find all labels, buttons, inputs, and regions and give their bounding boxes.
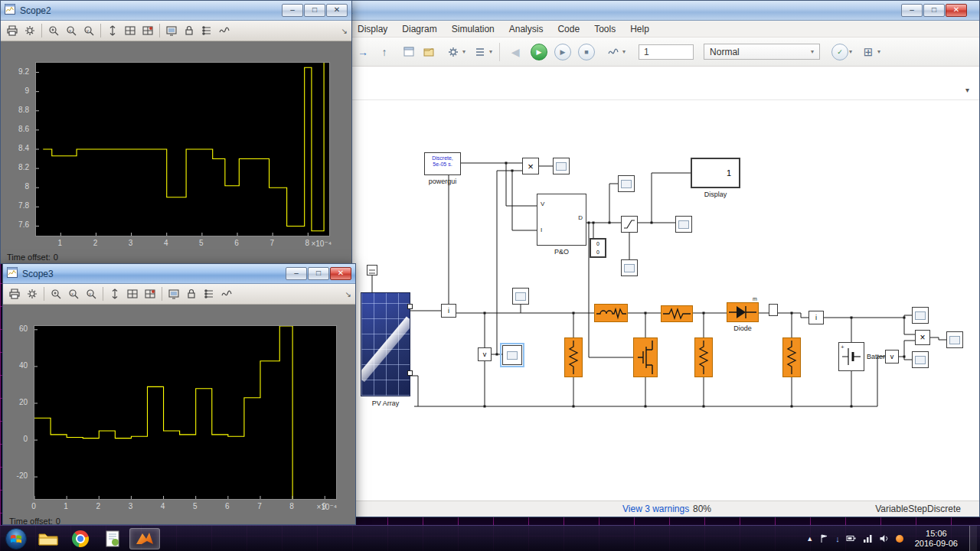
run-button[interactable]: ▶ bbox=[531, 44, 547, 60]
menu-tools[interactable]: Tools bbox=[594, 24, 616, 34]
block-shunt-resistor[interactable] bbox=[694, 337, 713, 377]
block-pando-subsystem[interactable]: V I D bbox=[537, 194, 586, 246]
print-icon[interactable] bbox=[5, 23, 20, 38]
block-tag[interactable] bbox=[769, 304, 778, 316]
breadcrumb-dropdown-icon[interactable]: ▾ bbox=[965, 86, 969, 94]
zoom-y-icon[interactable]: y bbox=[83, 286, 99, 302]
autoscale-icon[interactable] bbox=[105, 23, 120, 38]
signal-selector-icon[interactable] bbox=[201, 286, 217, 302]
waveform-toggle-icon[interactable] bbox=[217, 23, 232, 38]
nav-forward-icon[interactable]: → bbox=[354, 44, 371, 60]
library-browser-icon[interactable] bbox=[472, 44, 488, 60]
taskbar-matlab-button[interactable] bbox=[129, 528, 160, 549]
lock-axes-icon[interactable] bbox=[184, 286, 199, 302]
nav-up-icon[interactable]: ↑ bbox=[376, 44, 393, 60]
volume-icon[interactable] bbox=[879, 533, 890, 543]
battery-icon[interactable] bbox=[846, 533, 857, 543]
parameters-gear-icon[interactable] bbox=[22, 23, 38, 38]
show-desktop-button[interactable] bbox=[969, 526, 977, 551]
simulation-stop-time-input[interactable] bbox=[639, 44, 694, 60]
view-warnings-link[interactable]: View 3 warnings bbox=[622, 504, 689, 514]
zoom-icon[interactable] bbox=[46, 23, 61, 38]
block-series-r-branch[interactable] bbox=[661, 305, 693, 322]
action-center-flag-icon[interactable] bbox=[819, 533, 829, 543]
open-model-icon[interactable] bbox=[420, 44, 437, 60]
block-scope[interactable] bbox=[553, 158, 570, 174]
signal-selector-icon[interactable] bbox=[199, 23, 214, 38]
scope3-plot-area[interactable] bbox=[34, 325, 337, 500]
close-button[interactable]: ✕ bbox=[326, 4, 348, 17]
menu-display[interactable]: Display bbox=[358, 24, 387, 34]
block-product[interactable]: × bbox=[522, 158, 539, 174]
block-scope[interactable] bbox=[621, 259, 638, 276]
block-mosfet[interactable] bbox=[633, 337, 658, 377]
chevron-down-icon[interactable]: ▾ bbox=[849, 48, 852, 55]
model-advisor-button[interactable]: ✓ bbox=[831, 44, 848, 60]
minimize-button[interactable]: – bbox=[286, 267, 307, 280]
float-scope-icon[interactable] bbox=[166, 286, 181, 302]
taskbar-notepad-button[interactable] bbox=[97, 528, 128, 549]
minimize-button[interactable]: – bbox=[901, 4, 923, 17]
menu-code[interactable]: Code bbox=[557, 24, 580, 34]
close-button[interactable]: ✕ bbox=[946, 4, 967, 17]
new-model-icon[interactable] bbox=[400, 44, 417, 60]
restore-axes-icon[interactable] bbox=[140, 23, 155, 38]
taskbar-chrome-button[interactable] bbox=[65, 528, 96, 549]
block-diode[interactable] bbox=[727, 302, 759, 322]
save-axes-icon[interactable] bbox=[122, 23, 138, 38]
menu-help[interactable]: Help bbox=[630, 24, 649, 34]
zoom-y-icon[interactable]: y bbox=[81, 23, 96, 38]
block-scope-selected[interactable] bbox=[502, 345, 522, 365]
start-button[interactable] bbox=[0, 526, 32, 551]
settings-gear-icon[interactable] bbox=[445, 44, 462, 60]
block-product[interactable]: × bbox=[915, 330, 930, 345]
tray-expand-icon[interactable]: ▲ bbox=[806, 535, 813, 543]
update-icon[interactable]: ↓ bbox=[835, 534, 840, 543]
zoom-x-icon[interactable]: x bbox=[64, 23, 79, 38]
block-voltage-measurement[interactable]: v bbox=[478, 347, 492, 361]
solver-name[interactable]: VariableStepDiscrete bbox=[875, 504, 961, 514]
stop-button[interactable]: ■ bbox=[578, 44, 595, 60]
chevron-down-icon[interactable]: ▾ bbox=[877, 48, 880, 55]
block-scope[interactable] bbox=[512, 288, 529, 305]
block-scope[interactable] bbox=[675, 216, 692, 233]
chevron-down-icon[interactable]: ▾ bbox=[489, 48, 492, 55]
block-current-measurement[interactable]: i bbox=[808, 311, 824, 324]
menu-analysis[interactable]: Analysis bbox=[509, 24, 544, 34]
maximize-button[interactable]: □ bbox=[304, 4, 325, 17]
float-scope-icon[interactable] bbox=[164, 23, 179, 38]
build-button[interactable]: ⊞ bbox=[860, 44, 877, 60]
step-back-button[interactable]: ◀ bbox=[507, 44, 524, 60]
block-input-port[interactable] bbox=[367, 265, 377, 276]
scope3-titlebar[interactable]: Scope3 – □ ✕ bbox=[3, 264, 355, 284]
toolbar-overflow-icon[interactable]: ↘ bbox=[341, 27, 348, 35]
matlab-tray-icon[interactable] bbox=[896, 535, 903, 543]
step-forward-button[interactable]: ▶ bbox=[554, 44, 571, 60]
block-display[interactable]: 1 bbox=[691, 158, 740, 188]
scope2-plot-area[interactable] bbox=[35, 62, 330, 236]
taskbar-clock[interactable]: 15:06 2016-09-06 bbox=[915, 529, 958, 549]
block-series-rl-branch[interactable] bbox=[594, 304, 628, 322]
block-saturation[interactable] bbox=[621, 216, 638, 233]
maximize-button[interactable]: □ bbox=[923, 4, 945, 17]
block-scope[interactable] bbox=[912, 351, 929, 368]
chevron-down-icon[interactable]: ▾ bbox=[462, 48, 466, 55]
waveform-toggle-icon[interactable] bbox=[219, 286, 234, 302]
maximize-button[interactable]: □ bbox=[308, 267, 329, 280]
simulation-display-icon[interactable] bbox=[605, 44, 622, 60]
autoscale-icon[interactable] bbox=[107, 286, 122, 302]
block-scope[interactable] bbox=[618, 175, 635, 192]
taskbar-explorer-button[interactable] bbox=[33, 528, 64, 549]
print-icon[interactable] bbox=[7, 286, 22, 302]
zoom-x-icon[interactable]: x bbox=[66, 286, 81, 302]
pv-minus-port[interactable] bbox=[407, 370, 413, 376]
restore-axes-icon[interactable] bbox=[142, 286, 158, 302]
block-voltage-measurement[interactable]: v bbox=[885, 350, 899, 364]
scope3-window[interactable]: Scope3 – □ ✕ x y ↘ -200204060 bbox=[2, 263, 356, 525]
block-scope[interactable] bbox=[912, 307, 929, 324]
scope2-window[interactable]: Scope2 – □ ✕ x y ↘ 7.67.888.2 bbox=[0, 0, 352, 264]
block-current-measurement[interactable]: i bbox=[441, 304, 456, 318]
save-axes-icon[interactable] bbox=[125, 286, 140, 302]
network-icon[interactable] bbox=[863, 533, 873, 543]
lock-axes-icon[interactable] bbox=[181, 23, 197, 38]
